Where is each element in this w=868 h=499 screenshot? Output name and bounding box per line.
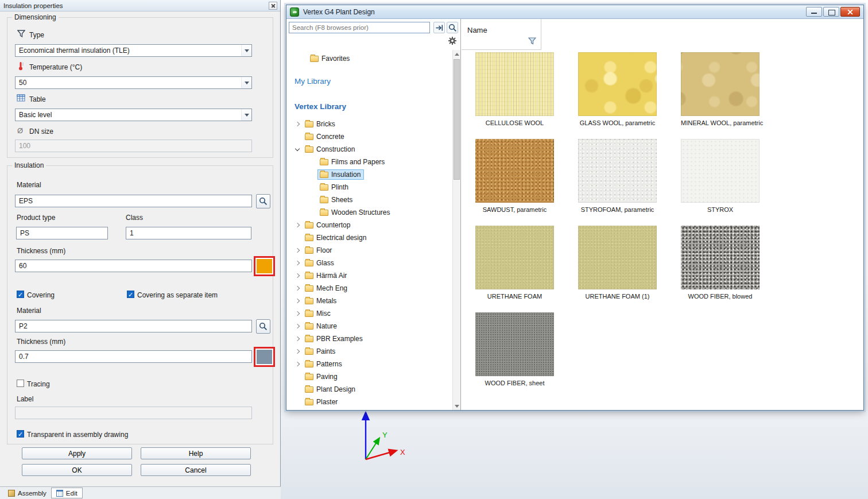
tree-item-concrete[interactable]: Concrete xyxy=(286,130,452,143)
tracing-checkbox-label[interactable]: Tracing xyxy=(27,380,50,388)
tree-item-core[interactable]: PBR Examples xyxy=(303,334,366,344)
covering-checkbox-label[interactable]: Covering xyxy=(27,291,55,299)
vertex-titlebar[interactable]: Vertex G4 Plant Design xyxy=(286,5,863,19)
tree-item-plaster[interactable]: Plaster xyxy=(286,396,452,408)
chevron-right-icon[interactable] xyxy=(293,258,303,268)
dialog-close-button[interactable] xyxy=(269,2,277,10)
tree-item-plinth[interactable]: Plinth xyxy=(286,181,452,194)
material-thumbnail[interactable] xyxy=(681,139,760,203)
chevron-right-icon[interactable] xyxy=(293,322,303,331)
tree-item-core[interactable]: Plaster xyxy=(303,397,341,407)
material-thumbnail[interactable] xyxy=(578,139,657,203)
help-button[interactable]: Help xyxy=(141,447,251,459)
temperature-combobox[interactable]: 50 xyxy=(15,76,252,89)
tree-item-core[interactable]: Nature xyxy=(303,321,340,331)
tree-item-core[interactable]: Concrete xyxy=(303,131,348,142)
tree-item-core[interactable]: Paints xyxy=(303,346,339,357)
material-thumbnail[interactable] xyxy=(475,52,554,116)
dialog-titlebar[interactable]: Insulation properties xyxy=(0,0,280,11)
tree-item-core[interactable]: Patterns xyxy=(303,359,346,369)
material-item-urethane-foam-1[interactable]: URETHANE FOAM (1) xyxy=(578,226,657,300)
my-library-header[interactable]: My Library xyxy=(286,75,452,88)
chevron-right-icon[interactable] xyxy=(293,309,303,318)
tree-item-core[interactable]: Metals xyxy=(303,296,340,306)
filter-funnel-icon[interactable] xyxy=(528,37,536,47)
material-item-styrox[interactable]: STYROX xyxy=(681,139,760,213)
material-thumbnail[interactable] xyxy=(578,52,657,116)
material-item-urethane-foam[interactable]: URETHANE FOAM xyxy=(475,226,554,300)
apply-button[interactable]: Apply xyxy=(22,447,132,459)
tree-item-core[interactable]: Films and Papers xyxy=(317,157,388,167)
covering-thickness-input[interactable] xyxy=(15,350,252,363)
material-item-mineral-wool-parametric[interactable]: MINERAL WOOL, parametric xyxy=(681,52,760,126)
covering-separate-checkbox[interactable] xyxy=(127,291,134,298)
type-combobox[interactable]: Economical thermal insulation (TLE) xyxy=(15,44,252,57)
chevron-right-icon[interactable] xyxy=(293,271,303,280)
maximize-button[interactable] xyxy=(823,7,839,17)
material-thumbnail[interactable] xyxy=(681,52,760,116)
tree-item-nature[interactable]: Nature xyxy=(286,320,452,332)
product-type-input[interactable] xyxy=(16,227,108,239)
class-input[interactable] xyxy=(126,227,251,239)
covering-separate-checkbox-label[interactable]: Covering as separate item xyxy=(137,291,218,299)
chevron-right-icon[interactable] xyxy=(293,221,303,230)
material-thumbnail[interactable] xyxy=(475,226,554,289)
tree-item-wooden-structures[interactable]: Wooden Structures xyxy=(286,206,452,219)
covering-color-button[interactable] xyxy=(254,347,275,367)
tree-item-misc[interactable]: Misc xyxy=(286,307,452,320)
tree-scrollbar[interactable] xyxy=(452,50,460,410)
tracing-checkbox[interactable] xyxy=(17,380,24,387)
tree-item-core[interactable]: Countertop xyxy=(303,220,354,230)
chevron-down-icon[interactable] xyxy=(293,145,303,154)
covering-material-input[interactable] xyxy=(15,320,252,332)
chevron-right-icon[interactable] xyxy=(293,347,303,356)
tree-item-core[interactable]: Wooden Structures xyxy=(317,207,394,218)
tree-item-core[interactable]: Bricks xyxy=(303,119,339,129)
scroll-up-arrow[interactable] xyxy=(453,50,460,58)
tree-item-mech-eng[interactable]: Mech Eng xyxy=(286,282,452,295)
tree-item-h-rm-air[interactable]: Härmä Air xyxy=(286,269,452,282)
chevron-right-icon[interactable] xyxy=(293,284,303,293)
material-input[interactable] xyxy=(15,195,252,207)
tree-item-insulation[interactable]: Insulation xyxy=(286,168,452,181)
tree-item-pbr-examples[interactable]: PBR Examples xyxy=(286,332,452,345)
tree-item-metals[interactable]: Metals xyxy=(286,295,452,307)
tree-item-core[interactable]: Sheets xyxy=(317,195,356,205)
tree-item-paints[interactable]: Paints xyxy=(286,345,452,358)
tree-item-glass[interactable]: Glass xyxy=(286,257,452,269)
table-combobox[interactable]: Basic level xyxy=(15,109,252,121)
material-item-styrofoam-parametric[interactable]: STYROFOAM, parametric xyxy=(578,139,657,213)
tree-item-core[interactable]: Floor xyxy=(303,245,335,256)
tree-item-electrical-design[interactable]: Electrical design xyxy=(286,231,452,244)
material-item-glass-wool-parametric[interactable]: GLASS WOOL, parametric xyxy=(578,52,657,126)
scrollbar-thumb[interactable] xyxy=(454,59,460,180)
go-search-button[interactable] xyxy=(433,22,445,33)
material-thumbnail[interactable] xyxy=(578,226,657,289)
tree-item-construction[interactable]: Construction xyxy=(286,143,452,156)
material-item-cellulose-wool[interactable]: CELLULOSE WOOL xyxy=(475,52,554,126)
tree-item-core[interactable]: Insulation xyxy=(317,169,364,180)
temperature-combobox-chevron-down-icon[interactable] xyxy=(241,77,251,88)
tree-item-countertop[interactable]: Countertop xyxy=(286,219,452,231)
tree-item-bricks[interactable]: Bricks xyxy=(286,118,452,130)
tree-item-core[interactable]: Härmä Air xyxy=(303,270,350,281)
search-input[interactable] xyxy=(289,22,430,33)
tree-item-core[interactable]: Paving xyxy=(303,372,341,382)
search-button[interactable] xyxy=(447,22,458,33)
scroll-down-arrow[interactable] xyxy=(453,402,460,410)
covering-material-search-button[interactable] xyxy=(256,319,270,334)
tree-item-core[interactable]: Electrical design xyxy=(303,233,370,243)
tree-item-core[interactable]: Mech Eng xyxy=(303,283,351,293)
type-combobox-chevron-down-icon[interactable] xyxy=(241,45,251,56)
tree-item-core[interactable]: Plinth xyxy=(317,182,352,192)
material-thumbnail[interactable] xyxy=(475,139,554,203)
chevron-right-icon[interactable] xyxy=(293,296,303,305)
material-thumbnail[interactable] xyxy=(475,312,554,376)
covering-checkbox[interactable] xyxy=(17,291,24,298)
tab-assembly[interactable]: Assembly xyxy=(3,488,51,498)
chevron-right-icon[interactable] xyxy=(293,119,303,129)
name-column-header[interactable]: Name xyxy=(462,19,541,50)
tree-item-floor[interactable]: Floor xyxy=(286,244,452,257)
material-item-wood-fiber-sheet[interactable]: WOOD FIBER, sheet xyxy=(475,312,554,386)
chevron-right-icon[interactable] xyxy=(293,359,303,369)
